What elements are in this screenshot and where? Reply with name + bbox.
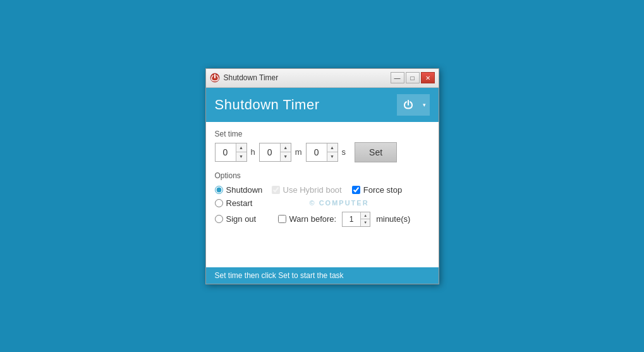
status-bar: Set time then click Set to start the tas… xyxy=(206,267,439,284)
seconds-arrows: ▲ ▼ xyxy=(327,143,337,161)
seconds-spinner: 0 ▲ ▼ xyxy=(306,143,338,162)
checkbox-forcestop[interactable] xyxy=(352,186,360,194)
checkbox-warn-label[interactable]: Warn before: xyxy=(278,214,337,224)
options-wrapper: Shutdown Use Hybrid boot Force stop xyxy=(215,185,430,227)
warn-value: 1 xyxy=(343,212,360,226)
warn-unit: minute(s) xyxy=(376,214,410,224)
empty-area xyxy=(206,236,439,267)
app-content: Set time 0 ▲ ▼ h 0 ▲ ▼ m 0 ▲ xyxy=(206,122,439,236)
option-row-3: Sign out Warn before: 1 ▲ ▼ xyxy=(215,212,430,227)
app-icon xyxy=(210,73,220,83)
hours-down[interactable]: ▼ xyxy=(236,152,246,161)
minutes-down[interactable]: ▼ xyxy=(281,152,291,161)
seconds-down[interactable]: ▼ xyxy=(327,152,337,161)
hours-unit: h xyxy=(251,147,255,157)
option-row-2: Restart © COMPUTER xyxy=(215,198,430,208)
time-row: 0 ▲ ▼ h 0 ▲ ▼ m 0 ▲ ▼ xyxy=(215,142,430,162)
radio-signout-label[interactable]: Sign out xyxy=(215,214,265,224)
seconds-unit: s xyxy=(342,147,346,157)
app-header: Shutdown Timer ▾ xyxy=(206,88,439,122)
set-button[interactable]: Set xyxy=(355,142,397,162)
window-controls: — □ ✕ xyxy=(391,72,435,83)
warn-arrows: ▲ ▼ xyxy=(360,212,370,226)
power-button[interactable] xyxy=(397,94,420,116)
power-button-area: ▾ xyxy=(397,94,430,116)
main-window: Shutdown Timer — □ ✕ Shutdown Timer ▾ Se… xyxy=(205,68,439,284)
radio-signout[interactable] xyxy=(215,215,223,223)
close-button[interactable]: ✕ xyxy=(421,72,435,83)
minimize-button[interactable]: — xyxy=(391,72,404,83)
status-text: Set time then click Set to start the tas… xyxy=(215,271,344,280)
window-title: Shutdown Timer xyxy=(224,73,391,82)
radio-restart[interactable] xyxy=(215,199,223,207)
maximize-button[interactable]: □ xyxy=(406,72,420,83)
hours-spinner: 0 ▲ ▼ xyxy=(215,143,247,162)
hours-arrows: ▲ ▼ xyxy=(236,143,246,161)
app-title: Shutdown Timer xyxy=(215,97,320,113)
power-dropdown-button[interactable]: ▾ xyxy=(420,94,430,116)
seconds-up[interactable]: ▲ xyxy=(327,143,337,152)
options-label: Options xyxy=(215,171,430,180)
warn-spinner: 1 ▲ ▼ xyxy=(342,212,370,227)
minutes-arrows: ▲ ▼ xyxy=(280,143,291,161)
warn-up[interactable]: ▲ xyxy=(361,212,370,219)
radio-shutdown-label[interactable]: Shutdown xyxy=(215,185,265,195)
minutes-spinner: 0 ▲ ▼ xyxy=(259,143,291,162)
hours-up[interactable]: ▲ xyxy=(236,143,246,152)
checkbox-hybrid xyxy=(272,186,280,194)
title-bar: Shutdown Timer — □ ✕ xyxy=(206,69,439,88)
options-section: Shutdown Use Hybrid boot Force stop xyxy=(215,185,430,227)
checkbox-forcestop-label[interactable]: Force stop xyxy=(352,185,402,195)
set-time-label: Set time xyxy=(215,130,430,138)
checkbox-warn[interactable] xyxy=(278,215,286,223)
minutes-value: 0 xyxy=(260,143,280,161)
checkbox-hybrid-label[interactable]: Use Hybrid boot xyxy=(272,185,342,195)
option-row-1: Shutdown Use Hybrid boot Force stop xyxy=(215,185,430,195)
minutes-up[interactable]: ▲ xyxy=(281,143,291,152)
radio-restart-label[interactable]: Restart xyxy=(215,198,265,208)
warn-down[interactable]: ▼ xyxy=(361,219,370,226)
hours-value: 0 xyxy=(216,143,236,161)
watermark: © COMPUTER xyxy=(310,199,369,207)
seconds-value: 0 xyxy=(307,143,327,161)
minutes-unit: m xyxy=(295,147,302,157)
radio-shutdown[interactable] xyxy=(215,186,223,194)
warn-section: Warn before: 1 ▲ ▼ minute(s) xyxy=(278,212,411,227)
